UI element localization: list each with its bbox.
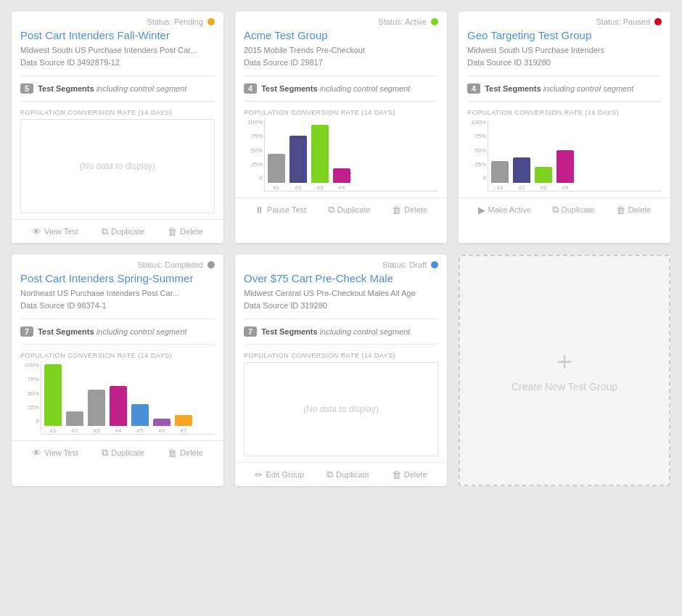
segments-label: Test Segments including control segment [485, 84, 633, 93]
card-footer: 👁View Test⧉Duplicate🗑Delete [12, 219, 223, 243]
segment-count-badge: 7 [244, 327, 257, 337]
bar-column: #3 [311, 125, 329, 191]
bar-column: #3 [88, 390, 105, 434]
footer-btn-label: Duplicate [337, 205, 371, 214]
y-axis-labels: 100%75%50%25%0 [20, 362, 39, 424]
status-dot [431, 261, 438, 268]
status-label: Status: Draft [382, 260, 427, 269]
status-dot [208, 18, 215, 25]
chart-section: POPULATION CONVERSION RATE (14 DAYS)(No … [244, 352, 438, 456]
segments-row: 7Test Segments including control segment [20, 327, 215, 337]
footer-btn-icon: 🗑 [392, 205, 401, 215]
card-body: Geo Targeting Test GroupMidwest South US… [459, 29, 670, 192]
segments-row: 7Test Segments including control segment [244, 327, 438, 337]
segments-row: 4Test Segments including control segment [244, 83, 438, 94]
view-test-btn[interactable]: 👁View Test [32, 447, 78, 459]
delete-btn[interactable]: 🗑Delete [616, 204, 652, 215]
card-body: Acme Test Group2015 Mobile Trends Pre-Ch… [235, 29, 447, 192]
y-axis-labels: 100%75%50%25%0 [244, 119, 263, 181]
duplicate-btn[interactable]: ⧉Duplicate [328, 204, 371, 215]
card-subtitle1: Midwest Central US Pre-Checkout Males Al… [244, 287, 438, 300]
test-group-card: Status: DraftOver $75 Cart Pre-Check Mal… [235, 255, 447, 486]
footer-btn-icon: ⧉ [102, 226, 108, 237]
chart-title: POPULATION CONVERSION RATE (14 DAYS) [20, 109, 215, 116]
bar-column: #7 [175, 415, 192, 434]
card-body: Over $75 Cart Pre-Check MaleMidwest Cent… [235, 272, 447, 456]
card-footer: ▶Make Active⧉Duplicate🗑Delete [459, 197, 670, 221]
chart-section: POPULATION CONVERSION RATE (14 DAYS)100%… [467, 109, 662, 192]
status-label: Status: Active [378, 17, 427, 26]
card-subtitle2: Data Source ID 319280 [467, 57, 662, 69]
chart-title: POPULATION CONVERSION RATE (14 DAYS) [467, 109, 662, 116]
segments-label: Test Segments including control segment [38, 327, 186, 336]
duplicate-btn[interactable]: ⧉Duplicate [102, 447, 144, 459]
delete-btn[interactable]: 🗑Delete [168, 226, 203, 237]
pause-test-btn[interactable]: ⏸Pause Test [255, 204, 306, 215]
footer-btn-label: Delete [180, 227, 203, 236]
chart-wrapper: 100%75%50%25%0#1#2#3#4 [244, 119, 438, 192]
bars-row: #1#2#3#4 [264, 119, 438, 192]
segments-row: 4Test Segments including control segment [467, 83, 662, 94]
footer-btn-icon: ⧉ [328, 204, 334, 215]
footer-btn-label: Duplicate [111, 448, 144, 457]
delete-btn[interactable]: 🗑Delete [168, 447, 203, 459]
cards-grid: Status: PendingPost Cart Intenders Fall-… [12, 12, 670, 486]
footer-btn-icon: ⧉ [326, 469, 333, 480]
y-axis-labels: 100%75%50%25%0 [467, 119, 486, 181]
segments-row: 5Test Segments including control segment [20, 83, 215, 94]
footer-btn-icon: ▶ [478, 205, 485, 215]
card-subtitle2: Data Source ID 98374-1 [20, 300, 215, 312]
status-dot [654, 18, 662, 25]
delete-btn[interactable]: 🗑Delete [392, 469, 427, 480]
bar-column: #2 [289, 136, 307, 191]
chart-section: POPULATION CONVERSION RATE (14 DAYS)100%… [244, 109, 438, 192]
chart-title: POPULATION CONVERSION RATE (14 DAYS) [20, 352, 215, 359]
duplicate-btn[interactable]: ⧉Duplicate [326, 469, 369, 480]
bar-column: #5 [131, 404, 149, 434]
card-footer: ✏Edit Group⧉Duplicate🗑Delete [235, 462, 447, 486]
footer-btn-icon: 🗑 [168, 226, 177, 237]
create-icon: + [556, 349, 572, 375]
card-header: Status: Pending [12, 12, 223, 29]
footer-btn-icon: ⧉ [552, 204, 559, 215]
card-title[interactable]: Post Cart Intenders Fall-Winter [20, 29, 215, 41]
footer-btn-label: Duplicate [562, 205, 595, 214]
card-body: Post Cart Intenders Spring-SummerNorthea… [12, 272, 223, 435]
card-header: Status: Paused [459, 12, 670, 29]
duplicate-btn[interactable]: ⧉Duplicate [552, 204, 595, 215]
duplicate-btn[interactable]: ⧉Duplicate [102, 226, 144, 237]
bar-column: #2 [66, 411, 83, 434]
test-group-card: Status: CompletedPost Cart Intenders Spr… [12, 255, 223, 486]
chart-section: POPULATION CONVERSION RATE (14 DAYS)100%… [20, 352, 215, 435]
footer-btn-label: Duplicate [336, 470, 369, 479]
footer-btn-icon: 🗑 [392, 469, 401, 480]
make-active-btn[interactable]: ▶Make Active [478, 204, 531, 215]
test-group-card: Status: PausedGeo Targeting Test GroupMi… [459, 12, 670, 243]
bar-column: #6 [153, 419, 170, 434]
card-subtitle1: Northeast US Purchase Intenders Post Car… [20, 287, 215, 300]
view-test-btn[interactable]: 👁View Test [32, 226, 78, 237]
card-title[interactable]: Acme Test Group [244, 29, 438, 41]
footer-btn-label: Duplicate [111, 227, 144, 236]
footer-btn-icon: ✏ [255, 469, 263, 480]
bar-column: #1 [44, 364, 62, 434]
footer-btn-icon: 👁 [32, 448, 41, 459]
create-test-group-card[interactable]: + Create New Test Group [459, 255, 670, 486]
card-footer: ⏸Pause Test⧉Duplicate🗑Delete [235, 197, 447, 221]
bar-column: #4 [110, 386, 127, 434]
footer-btn-label: Delete [628, 205, 652, 214]
card-header: Status: Active [235, 12, 447, 29]
status-dot [208, 261, 215, 268]
delete-btn[interactable]: 🗑Delete [392, 204, 427, 215]
card-title[interactable]: Geo Targeting Test Group [467, 29, 662, 41]
bar-column: #1 [491, 161, 509, 191]
bar-column: #4 [556, 150, 574, 191]
footer-btn-label: Delete [404, 470, 427, 479]
card-title[interactable]: Over $75 Cart Pre-Check Male [244, 272, 438, 284]
card-title[interactable]: Post Cart Intenders Spring-Summer [20, 272, 215, 284]
footer-btn-icon: ⧉ [102, 447, 108, 459]
edit-group-btn[interactable]: ✏Edit Group [255, 469, 304, 480]
segment-count-badge: 7 [20, 327, 33, 337]
chart-wrapper: 100%75%50%25%0#1#2#3#4 [467, 119, 662, 192]
chart-title: POPULATION CONVERSION RATE (14 DAYS) [244, 352, 438, 359]
